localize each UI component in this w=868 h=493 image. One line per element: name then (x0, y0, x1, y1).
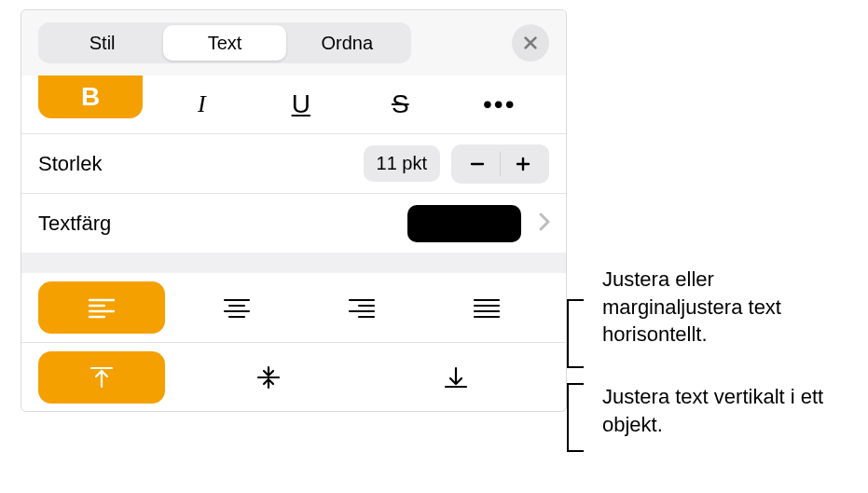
chevron-right-icon (538, 212, 551, 232)
align-right-button[interactable] (299, 281, 424, 334)
align-middle-icon (255, 365, 282, 390)
size-stepper (451, 144, 549, 184)
bracket-icon (567, 383, 589, 452)
italic-button[interactable]: I (152, 75, 252, 133)
callouts: Justera eller marginaljustera text horis… (567, 266, 847, 438)
plus-icon (515, 156, 531, 172)
size-decrease-button[interactable] (455, 148, 500, 180)
align-left-icon (88, 295, 116, 320)
callout-vertical-text: Justera text vertikalt i ett objekt. (602, 385, 823, 436)
more-styles-button[interactable]: ••• (450, 75, 550, 133)
align-right-icon (348, 295, 376, 320)
text-color-disclosure[interactable] (532, 209, 557, 239)
tab-text[interactable]: Text (163, 25, 285, 61)
underline-button[interactable]: U (252, 75, 351, 133)
align-justify-icon (473, 295, 501, 320)
align-top-icon (88, 365, 116, 390)
text-color-label: Textfärg (38, 212, 407, 236)
text-style-row: B I U S ••• (21, 75, 566, 133)
align-left-button[interactable] (38, 281, 165, 334)
horizontal-align-group (21, 273, 566, 342)
text-color-row: Textfärg (21, 193, 566, 253)
align-center-button[interactable] (174, 281, 299, 334)
section-gap (21, 253, 566, 273)
close-icon (522, 34, 539, 51)
size-value[interactable]: 11 pkt (364, 145, 440, 182)
strikethrough-button[interactable]: S (351, 75, 450, 133)
tab-stil[interactable]: Stil (41, 25, 163, 61)
callout-vertical: Justera text vertikalt i ett objekt. (567, 383, 847, 438)
bracket-icon (567, 299, 589, 368)
align-justify-button[interactable] (424, 281, 549, 334)
size-label: Storlek (38, 152, 364, 176)
align-bottom-button[interactable] (362, 351, 549, 404)
tab-ordna[interactable]: Ordna (286, 25, 408, 61)
size-increase-button[interactable] (501, 148, 545, 180)
size-row: Storlek 11 pkt (21, 133, 566, 193)
bold-button[interactable]: B (38, 75, 143, 118)
format-panel: Stil Text Ordna B I U S ••• Storlek 11 p… (21, 9, 567, 412)
align-bottom-icon (442, 365, 470, 390)
align-middle-button[interactable] (174, 351, 362, 404)
close-button[interactable] (512, 24, 549, 62)
align-top-button[interactable] (38, 351, 165, 404)
align-center-icon (223, 295, 251, 320)
text-color-swatch[interactable] (407, 205, 521, 242)
minus-icon (469, 156, 486, 172)
panel-header: Stil Text Ordna (21, 10, 566, 75)
callout-horizontal-text: Justera eller marginaljustera text horis… (602, 267, 781, 346)
vertical-align-group (21, 342, 566, 411)
panel-tabs: Stil Text Ordna (38, 22, 411, 63)
callout-horizontal: Justera eller marginaljustera text horis… (567, 266, 847, 377)
